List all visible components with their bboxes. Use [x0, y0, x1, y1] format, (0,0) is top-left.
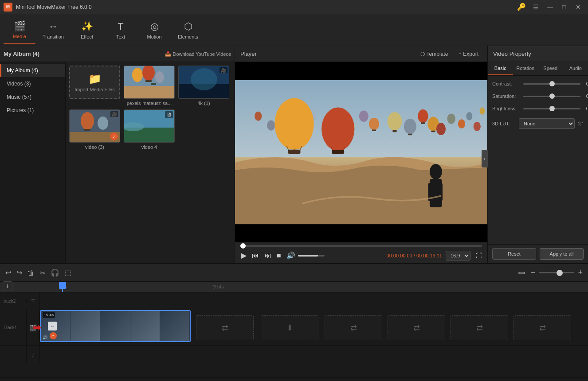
svg-point-30 — [447, 113, 455, 124]
tab-rotation[interactable]: Rotation — [513, 62, 538, 75]
transition-slot-4[interactable]: ⇄ — [451, 315, 508, 340]
contrast-slider[interactable] — [523, 83, 580, 85]
svg-point-33 — [474, 122, 481, 131]
saturation-slider-container — [523, 96, 580, 97]
media-item-1[interactable]: 🎥 pexels-mateusz-sa... — [124, 66, 175, 106]
tl-delete-btn[interactable]: 🗑 — [26, 267, 36, 279]
tl-audio-btn[interactable]: 🎧 — [49, 267, 61, 279]
zoom-out-btn[interactable]: − — [529, 266, 537, 279]
timeline-scroll[interactable] — [0, 378, 588, 381]
timeline-scrollbar[interactable] — [0, 377, 588, 381]
zoom-fit-btn[interactable]: ⟺ — [516, 268, 527, 278]
media-item-4k[interactable]: 🎥 4k (1) — [178, 66, 229, 106]
lut-delete-btn[interactable]: 🗑 — [577, 120, 584, 127]
playhead-handle[interactable] — [59, 282, 66, 289]
minimize-btn[interactable]: — — [544, 1, 556, 13]
tl-crop-btn[interactable]: ⬚ — [63, 267, 73, 279]
key-btn[interactable]: 🔑 — [515, 1, 528, 13]
svg-rect-5 — [151, 83, 156, 85]
playhead[interactable] — [62, 282, 63, 292]
svg-rect-4 — [145, 80, 152, 82]
menu-btn[interactable]: ☰ — [529, 1, 542, 13]
close-btn[interactable]: ✕ — [572, 1, 584, 13]
media-name-1: pexels-mateusz-sa... — [127, 101, 172, 106]
player-title: Player — [240, 51, 257, 57]
contrast-slider-container — [523, 83, 580, 85]
progress-thumb[interactable] — [240, 243, 246, 249]
transition-slot-1[interactable]: ⇄ — [196, 315, 254, 340]
download-youtube-btn[interactable]: 📥 Download YouTube Videos — [165, 51, 231, 57]
audio-track-content — [40, 346, 588, 363]
play-btn[interactable]: ▶ — [240, 250, 247, 260]
elements-icon: ⬡ — [184, 21, 192, 32]
prev-btn[interactable]: ⏮ — [251, 251, 260, 260]
right-panel: Video Property Basic Rotation Speed Audi… — [488, 46, 588, 263]
transition-slot-5[interactable]: ⇄ — [514, 315, 571, 340]
volume-icon[interactable]: 🔊 — [286, 250, 296, 260]
tab-speed[interactable]: Speed — [538, 62, 563, 75]
player-header-buttons: ⬡ Template ↑ Export — [417, 49, 482, 59]
player-controls: ▶ ⏮ ⏭ ■ 🔊 00:00:00.00 / 00:00:19.11 16:9 — [235, 242, 487, 263]
volume-fill — [298, 255, 318, 257]
brightness-slider[interactable] — [523, 108, 580, 109]
toolbar-elements[interactable]: ⬡ Elements — [172, 16, 204, 44]
add-track-btn[interactable]: + — [3, 281, 12, 291]
reset-btn[interactable]: Reset — [492, 248, 536, 260]
svg-rect-50 — [288, 150, 301, 154]
sidebar-item-myalbum[interactable]: My Album (4) — [0, 64, 65, 77]
template-btn[interactable]: ⬡ Template — [417, 49, 452, 59]
sidebar-item-videos[interactable]: Videos (3) — [0, 77, 65, 90]
download-slot-1[interactable]: ⬇ — [261, 315, 318, 340]
saturation-slider[interactable] — [523, 96, 580, 97]
svg-point-51 — [321, 107, 354, 151]
lut-select[interactable]: None — [519, 118, 575, 129]
check-badge: ✓ — [110, 132, 118, 140]
toolbar-media[interactable]: 🎬 Media — [4, 16, 35, 44]
monitor-icon: 🖥 — [165, 111, 173, 118]
fullscreen-btn[interactable]: ⛶ — [476, 252, 482, 259]
track2-content — [40, 292, 588, 310]
next-btn[interactable]: ⏭ — [263, 251, 272, 260]
volume-slider[interactable] — [298, 255, 325, 257]
lut-label: 3D LUT: — [492, 121, 519, 126]
toolbar-effect[interactable]: ✨ Effect — [71, 16, 103, 44]
stop-btn[interactable]: ■ — [276, 251, 282, 260]
clip-resize-handle[interactable]: ↔ — [48, 322, 57, 330]
tab-audio[interactable]: Audio — [563, 62, 588, 75]
collapse-panel-btn[interactable]: › — [482, 150, 488, 167]
svg-point-44 — [267, 121, 275, 131]
toolbar-motion[interactable]: ◎ Motion — [138, 16, 170, 44]
tl-redo-btn[interactable]: ↪ — [15, 267, 24, 279]
saturation-value: 0.0 — [580, 93, 588, 99]
svg-point-11 — [81, 112, 94, 130]
svg-rect-59 — [437, 183, 443, 201]
media-item-video3[interactable]: 🎥 ✓ video (3) — [69, 109, 120, 150]
tl-undo-btn[interactable]: ↩ — [4, 267, 13, 279]
svg-point-1 — [132, 68, 143, 82]
media-name-video4: video 4 — [141, 144, 157, 150]
sidebar-item-music[interactable]: Music (57) — [0, 90, 65, 104]
sidebar-item-pictures[interactable]: Pictures (1) — [0, 104, 65, 117]
ratio-select[interactable]: 16:9 9:16 1:1 4:3 — [446, 251, 470, 260]
tl-cut-btn[interactable]: ✂ — [38, 268, 47, 278]
export-btn[interactable]: ↑ Export — [455, 49, 482, 59]
zoom-in-btn[interactable]: + — [576, 266, 584, 279]
apply-all-btn[interactable]: Apply to all — [540, 248, 584, 260]
transition-slot-2[interactable]: ⇄ — [325, 315, 382, 340]
media-item-video4[interactable]: 🖥 video 4 — [124, 109, 175, 150]
video-clip[interactable]: 19.4s ↔ 🔊 — [40, 310, 191, 342]
tab-basic[interactable]: Basic — [488, 62, 513, 75]
zoom-slider[interactable] — [539, 272, 574, 273]
transition-slot-3[interactable]: ⇄ — [388, 315, 445, 340]
maximize-btn[interactable]: □ — [558, 1, 570, 13]
player-header: Player ⬡ Template ↑ Export — [235, 46, 487, 62]
main-area: My Album (4) 📥 Download YouTube Videos M… — [0, 46, 588, 263]
toolbar-text[interactable]: T Text — [105, 16, 137, 44]
zoom-controls: ⟺ − + — [516, 266, 584, 279]
svg-point-35 — [369, 118, 379, 130]
current-time: 00:00:00.00 — [387, 253, 412, 258]
svg-point-3 — [155, 71, 164, 83]
import-media-item[interactable]: 📁 Import Media Files — [69, 66, 120, 106]
progress-bar[interactable] — [240, 245, 482, 247]
toolbar-transition[interactable]: ↔ Transition — [37, 16, 69, 44]
